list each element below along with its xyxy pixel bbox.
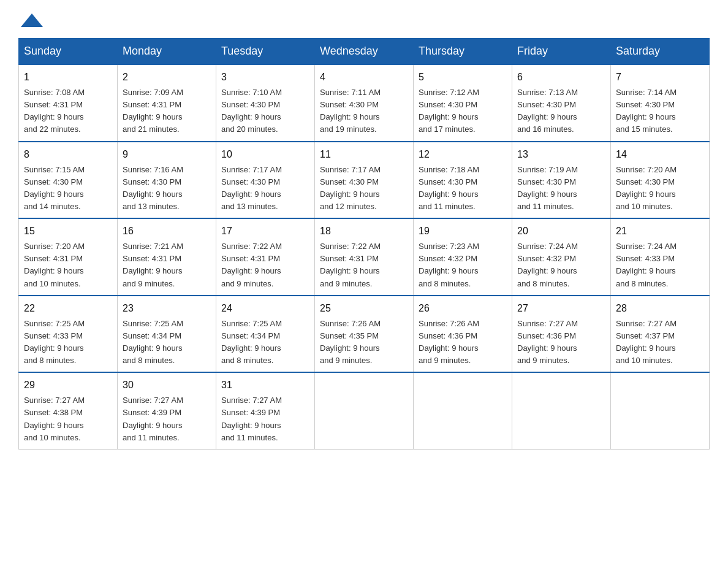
day-number: 31 — [221, 378, 309, 393]
day-info: Sunrise: 7:20 AMSunset: 4:30 PMDaylight:… — [616, 164, 704, 213]
calendar-cell: 9 Sunrise: 7:16 AMSunset: 4:30 PMDayligh… — [118, 142, 216, 219]
logo-top — [18, 12, 43, 27]
day-number: 23 — [123, 301, 211, 316]
calendar-week-row: 22 Sunrise: 7:25 AMSunset: 4:33 PMDaylig… — [19, 296, 710, 373]
day-number: 1 — [24, 70, 112, 85]
day-info: Sunrise: 7:26 AMSunset: 4:35 PMDaylight:… — [320, 318, 408, 367]
calendar-cell: 4 Sunrise: 7:11 AMSunset: 4:30 PMDayligh… — [315, 64, 414, 142]
day-info: Sunrise: 7:24 AMSunset: 4:33 PMDaylight:… — [616, 240, 704, 290]
day-number: 20 — [517, 224, 605, 239]
calendar-cell: 3 Sunrise: 7:10 AMSunset: 4:30 PMDayligh… — [216, 64, 315, 142]
day-info: Sunrise: 7:15 AMSunset: 4:30 PMDaylight:… — [24, 164, 112, 213]
day-info: Sunrise: 7:24 AMSunset: 4:32 PMDaylight:… — [517, 240, 605, 290]
day-number: 22 — [24, 301, 112, 316]
day-number: 10 — [221, 147, 309, 162]
calendar-cell: 18 Sunrise: 7:22 AMSunset: 4:31 PMDaylig… — [315, 218, 414, 296]
day-info: Sunrise: 7:18 AMSunset: 4:30 PMDaylight:… — [419, 164, 507, 213]
calendar-cell — [315, 372, 414, 449]
day-number: 9 — [123, 147, 211, 162]
day-number: 6 — [517, 70, 605, 85]
calendar-cell: 1 Sunrise: 7:08 AMSunset: 4:31 PMDayligh… — [19, 64, 118, 142]
page-header — [18, 12, 710, 26]
calendar-cell — [611, 372, 710, 449]
day-info: Sunrise: 7:19 AMSunset: 4:30 PMDaylight:… — [517, 164, 605, 213]
calendar-cell: 28 Sunrise: 7:27 AMSunset: 4:37 PMDaylig… — [611, 296, 710, 373]
calendar-cell: 24 Sunrise: 7:25 AMSunset: 4:34 PMDaylig… — [216, 296, 315, 373]
calendar-cell: 12 Sunrise: 7:18 AMSunset: 4:30 PMDaylig… — [414, 142, 512, 219]
calendar-cell: 7 Sunrise: 7:14 AMSunset: 4:30 PMDayligh… — [611, 64, 710, 142]
day-info: Sunrise: 7:17 AMSunset: 4:30 PMDaylight:… — [320, 164, 408, 213]
day-info: Sunrise: 7:25 AMSunset: 4:34 PMDaylight:… — [221, 318, 309, 367]
calendar-cell: 29 Sunrise: 7:27 AMSunset: 4:38 PMDaylig… — [19, 372, 118, 449]
calendar-week-row: 8 Sunrise: 7:15 AMSunset: 4:30 PMDayligh… — [19, 142, 710, 219]
day-number: 5 — [419, 70, 507, 85]
calendar-cell: 11 Sunrise: 7:17 AMSunset: 4:30 PMDaylig… — [315, 142, 414, 219]
day-info: Sunrise: 7:25 AMSunset: 4:33 PMDaylight:… — [24, 318, 112, 367]
day-info: Sunrise: 7:20 AMSunset: 4:31 PMDaylight:… — [24, 240, 112, 290]
calendar-cell: 26 Sunrise: 7:26 AMSunset: 4:36 PMDaylig… — [414, 296, 512, 373]
calendar-header-monday: Monday — [118, 39, 216, 65]
day-info: Sunrise: 7:17 AMSunset: 4:30 PMDaylight:… — [221, 164, 309, 213]
day-number: 14 — [616, 147, 704, 162]
day-number: 30 — [123, 378, 211, 393]
calendar-cell: 31 Sunrise: 7:27 AMSunset: 4:39 PMDaylig… — [216, 372, 315, 449]
calendar-header-friday: Friday — [512, 39, 611, 65]
day-number: 19 — [419, 224, 507, 239]
day-number: 11 — [320, 147, 408, 162]
day-info: Sunrise: 7:22 AMSunset: 4:31 PMDaylight:… — [221, 240, 309, 290]
day-info: Sunrise: 7:11 AMSunset: 4:30 PMDaylight:… — [320, 86, 408, 136]
calendar-cell: 23 Sunrise: 7:25 AMSunset: 4:34 PMDaylig… — [118, 296, 216, 373]
day-info: Sunrise: 7:27 AMSunset: 4:39 PMDaylight:… — [123, 394, 211, 444]
day-info: Sunrise: 7:27 AMSunset: 4:38 PMDaylight:… — [24, 394, 112, 444]
calendar-cell: 21 Sunrise: 7:24 AMSunset: 4:33 PMDaylig… — [611, 218, 710, 296]
calendar-cell — [414, 372, 512, 449]
day-number: 7 — [616, 70, 704, 85]
day-info: Sunrise: 7:21 AMSunset: 4:31 PMDaylight:… — [123, 240, 211, 290]
day-info: Sunrise: 7:25 AMSunset: 4:34 PMDaylight:… — [123, 318, 211, 367]
day-info: Sunrise: 7:12 AMSunset: 4:30 PMDaylight:… — [419, 86, 507, 136]
day-info: Sunrise: 7:23 AMSunset: 4:32 PMDaylight:… — [419, 240, 507, 290]
day-info: Sunrise: 7:14 AMSunset: 4:30 PMDaylight:… — [616, 86, 704, 136]
calendar-header-saturday: Saturday — [611, 39, 710, 65]
day-number: 27 — [517, 301, 605, 316]
day-info: Sunrise: 7:09 AMSunset: 4:31 PMDaylight:… — [123, 86, 211, 136]
day-info: Sunrise: 7:27 AMSunset: 4:37 PMDaylight:… — [616, 318, 704, 367]
day-info: Sunrise: 7:16 AMSunset: 4:30 PMDaylight:… — [123, 164, 211, 213]
day-info: Sunrise: 7:26 AMSunset: 4:36 PMDaylight:… — [419, 318, 507, 367]
day-number: 12 — [419, 147, 507, 162]
calendar-header-tuesday: Tuesday — [216, 39, 315, 65]
calendar-cell: 15 Sunrise: 7:20 AMSunset: 4:31 PMDaylig… — [19, 218, 118, 296]
day-number: 26 — [419, 301, 507, 316]
day-info: Sunrise: 7:10 AMSunset: 4:30 PMDaylight:… — [221, 86, 309, 136]
calendar-week-row: 15 Sunrise: 7:20 AMSunset: 4:31 PMDaylig… — [19, 218, 710, 296]
day-number: 25 — [320, 301, 408, 316]
calendar-cell: 20 Sunrise: 7:24 AMSunset: 4:32 PMDaylig… — [512, 218, 611, 296]
logo-triangle-icon — [21, 13, 43, 27]
calendar-cell: 8 Sunrise: 7:15 AMSunset: 4:30 PMDayligh… — [19, 142, 118, 219]
calendar-cell: 16 Sunrise: 7:21 AMSunset: 4:31 PMDaylig… — [118, 218, 216, 296]
day-number: 2 — [123, 70, 211, 85]
day-number: 4 — [320, 70, 408, 85]
calendar-cell: 27 Sunrise: 7:27 AMSunset: 4:36 PMDaylig… — [512, 296, 611, 373]
day-info: Sunrise: 7:27 AMSunset: 4:39 PMDaylight:… — [221, 394, 309, 444]
logo — [18, 12, 43, 26]
day-info: Sunrise: 7:13 AMSunset: 4:30 PMDaylight:… — [517, 86, 605, 136]
calendar-cell: 19 Sunrise: 7:23 AMSunset: 4:32 PMDaylig… — [414, 218, 512, 296]
calendar-cell: 25 Sunrise: 7:26 AMSunset: 4:35 PMDaylig… — [315, 296, 414, 373]
day-info: Sunrise: 7:08 AMSunset: 4:31 PMDaylight:… — [24, 86, 112, 136]
calendar-cell: 10 Sunrise: 7:17 AMSunset: 4:30 PMDaylig… — [216, 142, 315, 219]
day-number: 15 — [24, 224, 112, 239]
calendar-cell: 17 Sunrise: 7:22 AMSunset: 4:31 PMDaylig… — [216, 218, 315, 296]
calendar-cell: 14 Sunrise: 7:20 AMSunset: 4:30 PMDaylig… — [611, 142, 710, 219]
day-number: 16 — [123, 224, 211, 239]
calendar-header-sunday: Sunday — [19, 39, 118, 65]
calendar-cell — [512, 372, 611, 449]
calendar-cell: 5 Sunrise: 7:12 AMSunset: 4:30 PMDayligh… — [414, 64, 512, 142]
calendar-table: SundayMondayTuesdayWednesdayThursdayFrid… — [18, 38, 710, 450]
calendar-cell: 2 Sunrise: 7:09 AMSunset: 4:31 PMDayligh… — [118, 64, 216, 142]
day-number: 29 — [24, 378, 112, 393]
calendar-cell: 22 Sunrise: 7:25 AMSunset: 4:33 PMDaylig… — [19, 296, 118, 373]
calendar-header-wednesday: Wednesday — [315, 39, 414, 65]
calendar-cell: 13 Sunrise: 7:19 AMSunset: 4:30 PMDaylig… — [512, 142, 611, 219]
day-info: Sunrise: 7:22 AMSunset: 4:31 PMDaylight:… — [320, 240, 408, 290]
